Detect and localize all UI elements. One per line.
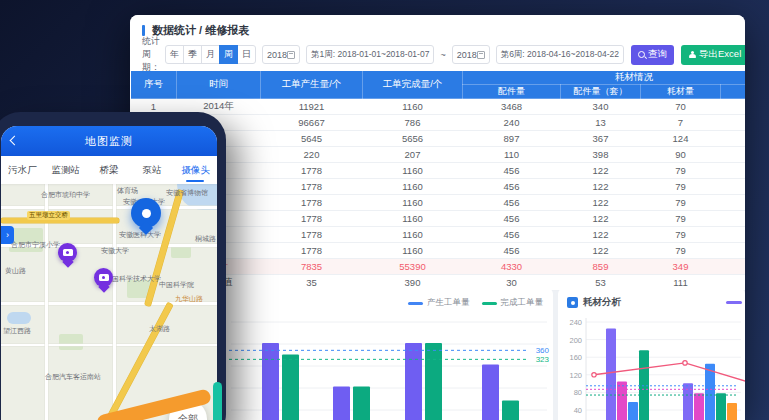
table-cell: 1778 bbox=[261, 211, 363, 227]
camera-icon bbox=[63, 249, 73, 256]
phone-app-header: 地图监测 bbox=[1, 126, 217, 156]
phone-tab-桥梁[interactable]: 桥梁 bbox=[87, 156, 130, 184]
group-column-header: 耗材情况 bbox=[463, 71, 746, 85]
table-cell: 332 bbox=[721, 259, 746, 275]
end-week-value: 第6周: 2018-04-16~2018-04-22 bbox=[501, 49, 619, 61]
chart-icon bbox=[567, 297, 578, 308]
range-separator: ~ bbox=[440, 50, 445, 60]
end-year-select[interactable]: 2018 bbox=[452, 45, 490, 64]
start-week-value: 第1周: 2018-01-01~2018-01-07 bbox=[311, 49, 429, 61]
table-cell: 122 bbox=[561, 243, 641, 259]
table-cell: 96667 bbox=[261, 115, 363, 131]
map-label: 太湖路 bbox=[149, 324, 170, 334]
map-label: 黄山路 bbox=[5, 266, 26, 276]
table-cell: 67 bbox=[721, 195, 746, 211]
legend-line bbox=[482, 302, 497, 305]
table-cell: 90 bbox=[641, 147, 721, 163]
map-label: 体育场 bbox=[117, 186, 138, 196]
bar bbox=[716, 393, 726, 420]
sub-column-header: 配件量 bbox=[463, 85, 561, 99]
lake-shape bbox=[7, 312, 31, 324]
table-cell: 897 bbox=[463, 131, 561, 147]
table-cell: 122 bbox=[561, 179, 641, 195]
map-label: 合肥汽车客运南站 bbox=[45, 372, 101, 382]
column-header: 时间 bbox=[177, 71, 261, 99]
map-label: 安徽省博物馆 bbox=[166, 188, 208, 198]
table-cell: 5645 bbox=[261, 131, 363, 147]
back-icon[interactable] bbox=[10, 136, 20, 146]
phone-tab-污水厂[interactable]: 污水厂 bbox=[1, 156, 44, 184]
period-option[interactable]: 季 bbox=[183, 45, 202, 64]
panel-header: 数据统计 / 维修报表 统计周期： 年季月周日 2018 第1周: 2018-0… bbox=[130, 15, 745, 70]
export-excel-button[interactable]: 导出Excel bbox=[681, 45, 745, 65]
road bbox=[1, 344, 217, 346]
phone-tab-摄像头[interactable]: 摄像头 bbox=[174, 156, 217, 184]
table-cell: 456 bbox=[463, 211, 561, 227]
bar-产生工单量 bbox=[482, 364, 499, 420]
sub-column-header: 金额 bbox=[721, 85, 746, 99]
period-option[interactable]: 月 bbox=[201, 45, 220, 64]
legend-item: 完成工单量 bbox=[482, 297, 544, 309]
column-header: 序号 bbox=[131, 71, 177, 99]
table-cell: 1160 bbox=[363, 243, 463, 259]
phone-frame: 地图监测 污水厂监测站桥梁泵站摄像头 › bbox=[0, 112, 226, 420]
table-cell: 786 bbox=[363, 115, 463, 131]
phone-tab-监测站[interactable]: 监测站 bbox=[44, 156, 87, 184]
table-cell: 1160 bbox=[363, 163, 463, 179]
camera-marker[interactable] bbox=[94, 268, 113, 287]
map-label: 合肥市宁溪小学 bbox=[11, 240, 60, 250]
bar bbox=[727, 403, 737, 420]
table-cell: 122 bbox=[561, 195, 641, 211]
map-label: 中国科学院 bbox=[159, 280, 194, 290]
bar bbox=[606, 329, 616, 420]
table-cell: 7 bbox=[641, 115, 721, 131]
legend-item: 产生工单量 bbox=[408, 297, 470, 309]
end-week-select[interactable]: 第6周: 2018-04-16~2018-04-22 bbox=[496, 45, 624, 64]
table-cell: 250 bbox=[721, 99, 746, 115]
bar bbox=[639, 350, 649, 420]
bar bbox=[694, 393, 704, 420]
export-button-label: 导出Excel bbox=[699, 48, 741, 61]
period-option[interactable]: 年 bbox=[165, 45, 184, 64]
camera-marker[interactable] bbox=[58, 243, 77, 262]
table-cell: 1778 bbox=[261, 243, 363, 259]
table-row: 12014年119211160346834070250 bbox=[131, 99, 746, 115]
period-option[interactable]: 周 bbox=[219, 45, 238, 64]
y-axis-tick: 80 bbox=[574, 388, 582, 397]
query-button-label: 查询 bbox=[648, 48, 667, 61]
phone-tab-泵站[interactable]: 泵站 bbox=[131, 156, 174, 184]
expand-panel-button[interactable]: › bbox=[1, 226, 14, 244]
table-cell: 240 bbox=[463, 115, 561, 131]
sub-column-header: 配件量（套） bbox=[561, 85, 641, 99]
legend-label: 产生工单量 bbox=[427, 297, 470, 309]
table-cell: 456 bbox=[463, 227, 561, 243]
map-view[interactable]: › 全部 合肥市琥珀中学体育场安徽农业大学安徽省博物馆五里墩立交桥合肥市宁溪小学… bbox=[1, 184, 217, 420]
table-cell: 456 bbox=[463, 163, 561, 179]
y-axis-tick: 240 bbox=[569, 318, 582, 327]
selected-location-marker[interactable] bbox=[131, 198, 161, 228]
table-cell: 4330 bbox=[463, 259, 561, 275]
bar-产生工单量 bbox=[333, 386, 350, 420]
table-cell: 1160 bbox=[363, 227, 463, 243]
period-option[interactable]: 日 bbox=[237, 45, 256, 64]
bar-产生工单量 bbox=[405, 343, 422, 420]
table-cell: 67 bbox=[721, 227, 746, 243]
query-button[interactable]: 查询 bbox=[631, 45, 674, 65]
table-cell: 79 bbox=[641, 227, 721, 243]
table-cell: 3468 bbox=[463, 99, 561, 115]
table-cell: 5656 bbox=[363, 131, 463, 147]
table-cell: 67 bbox=[721, 243, 746, 259]
table-cell: 79 bbox=[641, 243, 721, 259]
table-cell: 110 bbox=[463, 147, 561, 163]
map-label: 合肥市琥珀中学 bbox=[41, 190, 90, 200]
camera-icon bbox=[99, 274, 109, 281]
column-header: 工单产生量/个 bbox=[261, 71, 363, 99]
table-cell: 70 bbox=[641, 99, 721, 115]
chart-legend: 产生工单量完成工单量 bbox=[408, 297, 543, 309]
phone-screen: 地图监测 污水厂监测站桥梁泵站摄像头 › bbox=[1, 126, 217, 420]
map-label: 九华山路 bbox=[175, 294, 203, 304]
start-year-select[interactable]: 2018 bbox=[262, 45, 300, 64]
start-week-select[interactable]: 第1周: 2018-01-01~2018-01-07 bbox=[306, 45, 434, 64]
map-label: 桐城路 bbox=[195, 234, 216, 244]
period-label: 统计周期： bbox=[142, 35, 160, 74]
